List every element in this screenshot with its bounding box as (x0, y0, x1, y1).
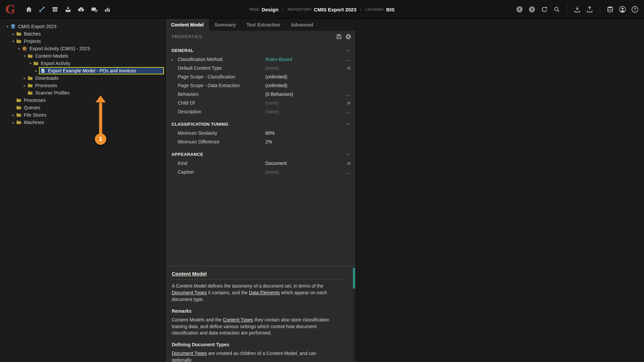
close-icon[interactable] (345, 34, 352, 40)
prop-value[interactable]: Document (265, 161, 343, 166)
tree-item-downloads[interactable]: ▸Downloads (0, 74, 165, 82)
section-header-classification-tuning[interactable]: CLASSIFICATION TUNING (166, 119, 356, 129)
tree-item-queues[interactable]: Queues (0, 104, 165, 111)
help-link[interactable]: Content Types (223, 317, 253, 322)
expander-icon[interactable]: › (171, 57, 178, 62)
prop-label: Default Content Type (178, 65, 265, 71)
help-link[interactable]: Document Types (172, 290, 207, 295)
app-logo[interactable]: G (5, 4, 15, 15)
help-link[interactable]: Document Types (172, 351, 207, 356)
prop-value[interactable]: (none) (265, 100, 343, 106)
upload-icon[interactable] (586, 6, 593, 13)
tab-content-model[interactable]: Content Model (166, 19, 209, 31)
tree-item-file-stores[interactable]: ▸File Stores (0, 111, 165, 119)
tree-item-content-models[interactable]: ▾Content Models (0, 52, 165, 60)
scanner-icon[interactable] (91, 6, 98, 13)
expander-icon[interactable]: ▾ (10, 39, 16, 44)
section-header-appearance[interactable]: APPEARANCE (166, 149, 356, 159)
prop-value[interactable]: (none) (265, 169, 343, 175)
user-icon[interactable] (619, 6, 626, 13)
stats-icon[interactable] (104, 6, 111, 13)
help-link[interactable]: Data Elements (249, 290, 280, 295)
tab-test-extraction[interactable]: Test Extraction (241, 19, 285, 31)
arrow-left-circle-icon[interactable] (516, 6, 523, 13)
expander-icon[interactable]: ▾ (22, 54, 28, 58)
page-value[interactable]: Design (262, 7, 278, 12)
refresh-icon[interactable] (541, 6, 548, 13)
tools-icon[interactable] (38, 6, 46, 13)
arrow-right-circle-icon[interactable] (528, 6, 536, 13)
separator-dot: • (361, 8, 362, 11)
prop-row-description[interactable]: Description(none)… (166, 107, 356, 116)
prop-value[interactable]: (none) (265, 109, 343, 114)
prop-value[interactable]: 60% (265, 130, 343, 136)
ellipsis-button[interactable]: … (343, 169, 356, 175)
prop-value[interactable]: (none) (265, 65, 343, 71)
expander-icon[interactable]: ▸ (10, 32, 16, 36)
menu-button[interactable]: ≡ (343, 65, 356, 71)
tree-item-batches[interactable]: ▸Batches (0, 30, 165, 38)
expander-icon[interactable]: ▸ (33, 69, 39, 73)
tree-item-projects[interactable]: ▾Projects (0, 38, 165, 45)
prop-row-child-of[interactable]: Child Of(none)≡ (166, 99, 356, 107)
tab-summary[interactable]: Summary (209, 19, 241, 31)
tree-item-cmis-export-2023[interactable]: ▾CMIS Export 2023 (0, 23, 165, 30)
home-icon[interactable] (25, 6, 33, 13)
chevron-down-icon[interactable] (346, 48, 351, 53)
folder-icon (28, 90, 34, 96)
prop-row-default-content-type[interactable]: Default Content Type(none)≡ (166, 64, 356, 72)
tree-item-processes[interactable]: ▸Processes (0, 82, 165, 89)
prop-value[interactable]: Rules-Based (265, 57, 343, 62)
menu-button[interactable]: ≡ (343, 160, 356, 166)
chevron-down-icon[interactable] (346, 152, 351, 157)
ellipsis-button[interactable]: … (343, 91, 356, 97)
help-scrollbar[interactable] (353, 267, 355, 361)
properties-header-icons (336, 34, 352, 40)
prop-value[interactable]: (unlimited) (265, 74, 343, 79)
prop-row-page-scope-classification[interactable]: Page Scope - Classification(unlimited) (166, 72, 356, 81)
chevron-down-icon[interactable] (346, 122, 351, 127)
prop-row-behaviors[interactable]: Behaviors(0 Behaviors)… (166, 90, 356, 99)
prop-row-classification-method[interactable]: ›Classification MethodRules-Based… (166, 55, 356, 64)
save-icon[interactable] (336, 34, 342, 40)
expander-icon[interactable]: ▸ (10, 120, 16, 125)
expander-icon[interactable]: ▾ (5, 24, 10, 29)
download-icon[interactable] (574, 6, 581, 13)
help-text: Content Models and the (172, 317, 223, 322)
import-icon[interactable] (64, 6, 72, 13)
tree-item-machines[interactable]: ▸Machines (0, 119, 165, 126)
prop-row-page-scope-data-extraction[interactable]: Page Scope - Data Extraction(unlimited) (166, 81, 356, 90)
help-scrollbar-thumb[interactable] (353, 268, 355, 289)
expander-icon[interactable]: ▾ (28, 61, 33, 66)
section-header-general[interactable]: GENERAL (166, 46, 356, 55)
menu-button[interactable]: ≡ (343, 100, 356, 106)
tree-item-scanner-profiles[interactable]: Scanner Profiles (0, 89, 165, 97)
database-icon[interactable] (606, 6, 614, 13)
prop-row-kind[interactable]: KindDocument≡ (166, 159, 356, 168)
tree-item-export-activity[interactable]: ▾Export Activity (0, 60, 165, 67)
expander-icon[interactable]: ▸ (22, 83, 28, 88)
batches-icon[interactable] (51, 6, 59, 13)
ellipsis-button[interactable]: … (343, 109, 356, 115)
prop-section-appearance: APPEARANCEKindDocument≡Caption(none)… (166, 149, 356, 176)
help-icon[interactable]: ? (631, 6, 639, 13)
prop-label: Kind (178, 161, 265, 166)
prop-row-minimum-difference[interactable]: Minimum Difference2% (166, 137, 356, 146)
tree-item-export-example-model-pos-and-invoices[interactable]: ▸Export Example Model - POs and Invoices (0, 67, 165, 74)
tree-item-processes[interactable]: Processes (0, 97, 165, 104)
search-icon[interactable] (553, 6, 560, 13)
tab-advanced[interactable]: Advanced (285, 19, 319, 31)
tree-item-export-activity-cmis-2023[interactable]: ▾Export Activity (CMIS) - 2023 (0, 45, 165, 52)
prop-value[interactable]: 2% (265, 139, 343, 144)
selected-node-box[interactable]: Export Example Model - POs and Invoices (39, 67, 164, 74)
prop-value[interactable]: (0 Behaviors) (265, 92, 343, 97)
ellipsis-button[interactable]: … (343, 56, 356, 62)
prop-value[interactable]: (unlimited) (265, 83, 343, 88)
cloud-upload-icon[interactable] (77, 6, 85, 13)
prop-row-minimum-similarity[interactable]: Minimum Similarity60% (166, 129, 356, 137)
expander-icon[interactable]: ▸ (10, 113, 16, 117)
expander-icon[interactable]: ▾ (16, 47, 22, 51)
repository-value[interactable]: CMIS Export 2023 (314, 7, 357, 12)
prop-row-caption[interactable]: Caption(none)… (166, 168, 356, 176)
expander-icon[interactable]: ▸ (22, 76, 28, 80)
